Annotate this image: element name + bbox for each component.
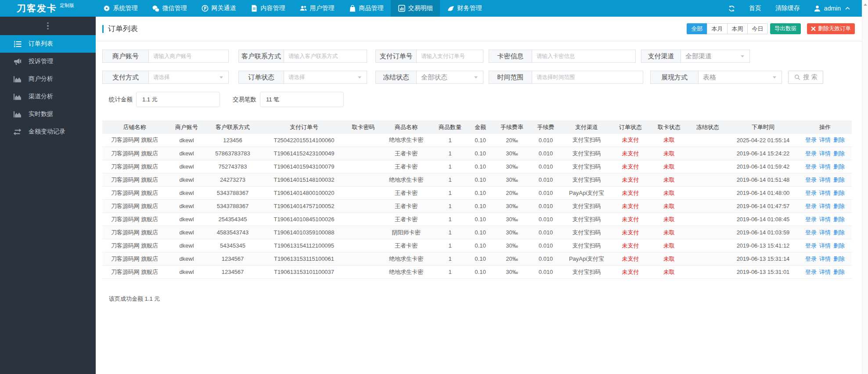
nav-item-内容管理[interactable]: 内容管理 [243,0,292,17]
search-button[interactable]: 搜 索 [788,71,823,84]
sidebar-item-label: 渠道分析 [29,93,53,101]
filter-select[interactable]: 请选择 [284,71,367,83]
delete-link[interactable]: 删除 [833,242,845,249]
export-data-button[interactable]: 导出数据 [770,23,801,34]
login-link[interactable]: 登录 [805,242,817,249]
nav-item-商品管理[interactable]: 商品管理 [342,0,391,17]
filter-select[interactable]: 请选择 [149,71,228,83]
nav-item-微信管理[interactable]: 微信管理 [145,0,194,17]
sidebar-item-订单列表[interactable]: 订单列表 [0,35,96,53]
caret-down-icon [220,76,223,79]
detail-link[interactable]: 详情 [819,163,831,170]
delete-link[interactable]: 删除 [833,176,845,183]
filter-商户账号: 商户账号请输入商户账号 [102,50,229,63]
cell-pay-channel: PayApi支付宝 [563,187,610,200]
range-button-本周[interactable]: 本周 [727,23,748,34]
cell-order-time: 2019-06-13 15:41:12 [728,239,798,252]
app-logo-text: 刀客发卡 [17,2,57,14]
cell-amount: 0.10 [465,266,495,279]
col-header-product-name: 商品名称 [378,121,435,134]
cell-actions: 登录详情删除 [798,213,852,226]
detail-link[interactable]: 详情 [819,255,831,262]
detail-link[interactable]: 详情 [819,190,831,196]
col-header-quantity: 商品数量 [435,121,465,134]
refresh-icon[interactable] [728,5,735,12]
filter-input[interactable]: 请输入客户联系方式 [284,50,367,62]
login-link[interactable]: 登录 [805,190,817,196]
cell-amount: 0.10 [465,226,495,239]
nav-item-系统管理[interactable]: 系统管理 [96,0,145,17]
stats-row: 统计金额1.1 元交易笔数11 笔 [102,92,862,107]
detail-link[interactable]: 详情 [819,269,831,275]
range-button-今日[interactable]: 今日 [747,23,768,34]
login-link[interactable]: 登录 [805,255,817,262]
login-link[interactable]: 登录 [805,137,817,143]
filter-input[interactable]: 请输入商户账号 [149,50,228,62]
login-link[interactable]: 登录 [805,203,817,209]
delete-link[interactable]: 删除 [833,203,845,209]
scroll-up-arrow[interactable] [864,4,867,6]
login-link[interactable]: 登录 [805,176,817,183]
delete-link[interactable]: 删除 [833,255,845,262]
nav-item-网关通道[interactable]: 网关通道 [194,0,243,17]
home-link[interactable]: 首页 [749,4,761,12]
detail-link[interactable]: 详情 [819,203,831,209]
cell-card-code [349,226,378,239]
sidebar-item-渠道分析[interactable]: 渠道分析 [0,88,96,105]
delete-link[interactable]: 删除 [833,150,845,157]
stat-value-交易笔数[interactable]: 11 笔 [260,92,344,107]
cell-actions: 登录详情删除 [798,173,852,187]
login-link[interactable]: 登录 [805,269,817,275]
detail-link[interactable]: 详情 [819,229,831,236]
cell-fee: 0.010 [529,266,563,279]
delete-link[interactable]: 删除 [833,163,845,170]
stat-label-交易笔数: 交易笔数 [233,96,256,104]
filter-select[interactable]: 全部渠道 [681,50,749,62]
filter-input[interactable]: 请输入卡密信息 [532,50,635,62]
detail-link[interactable]: 详情 [819,216,831,223]
scrollbar[interactable] [862,0,868,374]
delete-link[interactable]: 删除 [833,269,845,275]
table-row: 刀客源码网 旗舰店dkewl5343788367T190614014757100… [102,200,852,213]
sidebar-item-商户分析[interactable]: 商户分析 [0,70,96,88]
detail-link[interactable]: 详情 [819,137,831,143]
nav-item-label: 用户管理 [310,4,335,12]
clear-cache-link[interactable]: 清除缓存 [775,4,800,12]
sidebar-item-投诉管理[interactable]: 投诉管理 [0,53,96,70]
login-link[interactable]: 登录 [805,150,817,157]
detail-link[interactable]: 详情 [819,150,831,157]
cell-pay-order-no: T190614152423100049 [259,147,349,160]
login-link[interactable]: 登录 [805,229,817,236]
delete-link[interactable]: 删除 [833,216,845,223]
cell-merchant-account: dkewl [167,173,206,187]
detail-link[interactable]: 详情 [819,176,831,183]
table-row: 刀客源码网 旗舰店dkewl4583543743T190614010359100… [102,226,852,239]
filter-select[interactable]: 全部状态 [417,71,483,83]
filter-input[interactable]: 请输入支付订单号 [417,50,483,62]
filter-label: 客户联系方式 [239,50,284,62]
delete-invalid-orders-button[interactable]: 删除无效订单 [807,23,855,34]
app-logo-badge: 定制版 [60,2,74,9]
delete-link[interactable]: 删除 [833,229,845,236]
user-menu[interactable]: admin [814,5,850,12]
detail-link[interactable]: 详情 [819,242,831,249]
range-button-全部[interactable]: 全部 [687,23,707,34]
filter-select[interactable]: 表格 [699,71,782,83]
login-link[interactable]: 登录 [805,216,817,223]
app-logo[interactable]: 刀客发卡 定制版 [0,0,96,17]
range-button-本月[interactable]: 本月 [707,23,728,34]
login-link[interactable]: 登录 [805,163,817,170]
sidebar-item-金额变动记录[interactable]: 金额变动记录 [0,123,96,140]
cell-product-name: 绝地求生卡密 [378,252,435,266]
nav-item-财务管理[interactable]: 财务管理 [440,0,489,17]
cell-card-status: 未取 [651,134,688,147]
filter-input[interactable]: 请选择时间范围 [532,71,643,83]
sidebar-item-实时数据[interactable]: 实时数据 [0,105,96,123]
delete-link[interactable]: 删除 [833,190,845,196]
delete-link[interactable]: 删除 [833,137,845,143]
title-bar: 订单列表 全部本月本周今日 导出数据 删除无效订单 [96,17,862,41]
nav-item-用户管理[interactable]: 用户管理 [292,0,342,17]
nav-item-交易明细[interactable]: 交易明细 [391,0,440,17]
stat-value-统计金额[interactable]: 1.1 元 [136,92,220,107]
sidebar-collapse-toggle[interactable] [0,17,96,35]
